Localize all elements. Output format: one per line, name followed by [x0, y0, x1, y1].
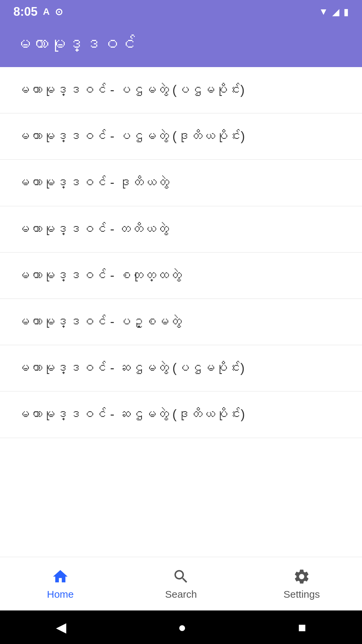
- status-time: 8:05 A ⊙: [13, 5, 63, 19]
- list-item-text: မဟာမုဒ္ဒဝင် - ပဌမတွဲ (ဒုတိယပိုင်း): [17, 129, 245, 143]
- status-icons-right: ▼ ◢ ▮: [319, 6, 349, 17]
- list-item-text: မဟာမုဒ္ဒဝင် - ဆဌမတွဲ (ဒုတိယပိုင်း): [17, 407, 245, 421]
- list-item[interactable]: မဟာမုဒ္ဒဝင် - ပဥ္စမတွဲ: [0, 299, 362, 345]
- app-title: မဟာမုဒ္ဒဝင်: [13, 34, 349, 54]
- back-button[interactable]: ◀: [49, 613, 73, 642]
- list-item[interactable]: မဟာမုဒ္ဒဝင် - ပဌမတွဲ (ပဌမပိုင်း): [0, 67, 362, 113]
- time-display: 8:05: [13, 5, 38, 19]
- app-bar: မဟာမုဒ္ဒဝင်: [0, 23, 362, 67]
- list-item[interactable]: မဟာမုဒ္ဒဝင် - ဒုတိယတွဲ: [0, 160, 362, 206]
- status-bar: 8:05 A ⊙ ▼ ◢ ▮: [0, 0, 362, 23]
- list-item-text: မဟာမုဒ္ဒဝင် - ပဥ္စမတွဲ: [17, 315, 182, 329]
- home-button[interactable]: ●: [171, 613, 193, 642]
- notification-ring-icon: ⊙: [55, 6, 63, 17]
- list-item[interactable]: မဟာမုဒ္ဒဝင် - ပဌမတွဲ (ဒုတိယပိုင်း): [0, 113, 362, 160]
- home-label: Home: [47, 589, 74, 600]
- list-item-text: မဟာမုဒ္ဒဝင် - ဒုတိယတွဲ: [17, 175, 169, 190]
- home-icon: [52, 568, 69, 585]
- list-item[interactable]: မဟာမုဒ္ဒဝင် - တတိယတွဲ: [0, 206, 362, 253]
- bottom-navigation: HomeSearchSettings: [0, 557, 362, 610]
- list-item-text: မဟာမုဒ္ဒဝင် - ဆဌမတွဲ (ပဌမပိုင်း): [17, 361, 245, 375]
- list-item[interactable]: မဟာမုဒ္ဒဝင် - ဆဌမတွဲ (ပဌမပိုင်း): [0, 345, 362, 391]
- settings-icon: [293, 568, 310, 585]
- nav-item-search[interactable]: Search: [121, 561, 241, 607]
- notification-a-icon: A: [43, 6, 50, 17]
- wifi-icon: ▼: [319, 6, 328, 17]
- list-container: မဟာမုဒ္ဒဝင် - ပဌမတွဲ (ပဌမပိုင်း)မဟာမုဒ္ဒ…: [0, 67, 362, 557]
- signal-icon: ◢: [332, 6, 340, 17]
- nav-item-settings[interactable]: Settings: [241, 561, 362, 607]
- battery-icon: ▮: [344, 6, 349, 17]
- list-item[interactable]: မဟာမုဒ္ဒဝင် - ဆဌမတွဲ (ဒုတိယပိုင်း): [0, 391, 362, 438]
- nav-item-home[interactable]: Home: [0, 561, 121, 607]
- recent-button[interactable]: ■: [291, 613, 313, 642]
- list-item[interactable]: မဟာမုဒ္ဒဝင် - စတုတ္ထတွဲ: [0, 253, 362, 299]
- settings-label: Settings: [284, 589, 320, 600]
- list-item-text: မဟာမုဒ္ဒဝင် - ပဌမတွဲ (ပဌမပိုင်း): [17, 83, 245, 97]
- list-item-text: မဟာမုဒ္ဒဝင် - တတိယတွဲ: [17, 222, 169, 236]
- android-nav-bar: ◀ ● ■: [0, 610, 362, 644]
- search-icon: [172, 568, 190, 585]
- list-item-text: မဟာမုဒ္ဒဝင် - စတုတ္ထတွဲ: [17, 268, 182, 282]
- search-label: Search: [165, 589, 197, 600]
